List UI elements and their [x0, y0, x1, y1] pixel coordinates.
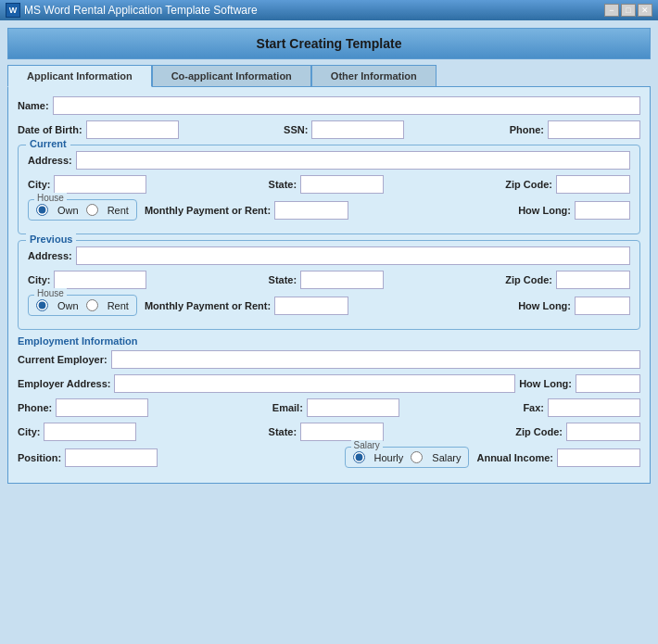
current-address-row: Address: [28, 151, 630, 170]
emp-zip-label: Zip Code: [515, 426, 563, 437]
annual-income-input[interactable] [557, 448, 640, 467]
monthly-payment-input[interactable] [274, 201, 348, 220]
title-bar-left: W MS Word Rental Application Template So… [6, 3, 258, 18]
current-rent-radio[interactable] [86, 204, 98, 216]
hourly-radio[interactable] [353, 451, 365, 463]
prev-zip-input[interactable] [556, 271, 630, 289]
prev-how-long-label: How Long: [518, 300, 571, 311]
dob-label: Date of Birth: [18, 124, 82, 135]
monthly-payment-label: Monthly Payment or Rent: [145, 205, 271, 216]
prev-address-row: Address: [28, 246, 630, 265]
tab-other[interactable]: Other Information [311, 65, 437, 87]
ssn-label: SSN: [284, 124, 308, 135]
prev-own-label[interactable]: Own [57, 300, 79, 311]
emp-fax-label: Fax: [523, 402, 544, 413]
emp-email-input[interactable] [307, 398, 399, 417]
phone-input[interactable] [548, 120, 640, 139]
emp-fax-input[interactable] [548, 398, 640, 417]
employer-input[interactable] [111, 350, 640, 369]
current-city-row: City: State: Zip Code: [28, 175, 630, 194]
employer-address-label: Employer Address: [18, 378, 110, 389]
prev-address-input[interactable] [76, 246, 630, 265]
name-input[interactable] [53, 96, 640, 115]
employment-section: Employment Information Current Employer:… [18, 335, 640, 468]
prev-house-label: House [34, 288, 67, 298]
prev-city-input[interactable] [54, 271, 146, 289]
emp-city-input[interactable] [44, 423, 136, 441]
employer-how-long-input[interactable] [576, 374, 640, 393]
hourly-label[interactable]: Hourly [374, 452, 404, 463]
previous-section-title: Previous [26, 234, 76, 245]
name-label: Name: [18, 100, 49, 111]
current-rent-label[interactable]: Rent [108, 205, 129, 216]
emp-zip-input[interactable] [566, 423, 640, 441]
emp-email-label: Email: [272, 402, 303, 413]
prev-zip-label: Zip Code: [505, 274, 552, 285]
main-container: Start Creating Template Applicant Inform… [0, 20, 658, 644]
tab-coapplicant[interactable]: Co-applicant Information [152, 65, 311, 87]
employer-row: Current Employer: [18, 350, 640, 369]
prev-city-row: City: State: Zip Code: [28, 271, 630, 289]
phone-label: Phone: [510, 124, 544, 135]
employer-label: Current Employer: [18, 354, 108, 365]
current-house-row: House Own Rent Monthly Payment or Rent: … [28, 199, 630, 221]
position-label: Position: [18, 452, 61, 463]
minimize-button[interactable]: − [604, 4, 619, 17]
current-own-radio[interactable] [36, 204, 48, 216]
current-city-label: City: [28, 179, 50, 190]
salary-group-title: Salary [351, 440, 383, 450]
app-icon: W [6, 3, 20, 18]
ssn-input[interactable] [311, 120, 404, 139]
current-section: Current Address: City: State: Zip Code: [18, 145, 640, 234]
prev-house-row: House Own Rent Monthly Payment or Rent: … [28, 295, 630, 316]
prev-address-label: Address: [28, 250, 72, 261]
prev-rent-label[interactable]: Rent [108, 300, 129, 311]
position-salary-row: Position: Salary Hourly Salary Annual In… [18, 447, 640, 468]
current-city-input[interactable] [54, 175, 146, 194]
prev-monthly-payment-input[interactable] [274, 297, 348, 315]
employer-address-input[interactable] [114, 374, 515, 393]
name-row: Name: [18, 96, 640, 115]
current-address-input[interactable] [76, 151, 630, 170]
maximize-button[interactable]: □ [621, 4, 636, 17]
salary-radio[interactable] [411, 451, 423, 463]
current-state-label: State: [269, 179, 297, 190]
prev-monthly-payment-label: Monthly Payment or Rent: [145, 300, 271, 311]
title-bar-text: MS Word Rental Application Template Soft… [24, 4, 258, 17]
dob-ssn-phone-row: Date of Birth: SSN: Phone: [18, 120, 640, 139]
current-section-title: Current [26, 138, 70, 149]
section-header: Start Creating Template [7, 28, 651, 59]
prev-own-radio[interactable] [36, 299, 48, 311]
current-state-input[interactable] [300, 175, 384, 194]
employer-address-row: Employer Address: How Long: [18, 374, 640, 393]
prev-state-input[interactable] [300, 271, 384, 289]
current-house-label: House [34, 193, 67, 203]
emp-phone-input[interactable] [56, 398, 148, 417]
title-bar-controls[interactable]: − □ ✕ [604, 4, 652, 17]
prev-how-long-input[interactable] [575, 297, 630, 315]
prev-state-label: State: [269, 274, 297, 285]
close-button[interactable]: ✕ [638, 4, 652, 17]
current-zip-input[interactable] [556, 175, 630, 194]
title-bar: W MS Word Rental Application Template So… [0, 0, 658, 20]
salary-type-label[interactable]: Salary [432, 452, 461, 463]
salary-group: Salary Hourly Salary [345, 447, 470, 468]
current-zip-label: Zip Code: [505, 179, 552, 190]
dob-input[interactable] [86, 120, 179, 139]
current-house-group: House Own Rent [28, 199, 137, 221]
emp-state-label: State: [269, 426, 297, 437]
tabs[interactable]: Applicant Information Co-applicant Infor… [7, 65, 651, 87]
how-long-input[interactable] [575, 201, 630, 220]
emp-city-row: City: State: Zip Code: [18, 423, 640, 441]
position-input[interactable] [65, 448, 158, 467]
prev-house-group: House Own Rent [28, 295, 137, 316]
current-address-label: Address: [28, 155, 72, 166]
employer-how-long-label: How Long: [519, 378, 572, 389]
emp-state-input[interactable] [300, 423, 384, 441]
tab-applicant[interactable]: Applicant Information [7, 65, 152, 87]
prev-city-label: City: [28, 274, 50, 285]
emp-phone-row: Phone: Email: Fax: [18, 398, 640, 417]
prev-rent-radio[interactable] [86, 299, 98, 311]
current-own-label[interactable]: Own [57, 205, 79, 216]
emp-city-label: City: [18, 426, 40, 437]
